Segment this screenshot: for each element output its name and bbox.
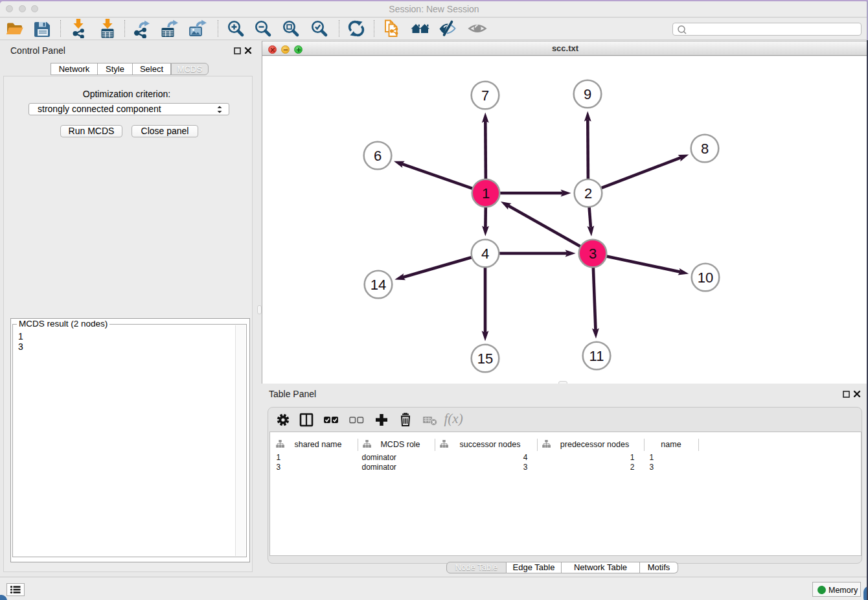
svg-text:9: 9: [584, 86, 591, 102]
svg-text:15: 15: [477, 351, 493, 367]
svg-text:1: 1: [482, 185, 490, 202]
svg-text:11: 11: [589, 348, 604, 364]
svg-text:10: 10: [698, 270, 713, 286]
svg-text:2: 2: [584, 185, 592, 202]
svg-text:8: 8: [701, 141, 709, 157]
svg-text:3: 3: [589, 246, 597, 262]
svg-text:7: 7: [481, 87, 489, 104]
svg-text:6: 6: [374, 148, 382, 164]
svg-text:4: 4: [481, 246, 489, 262]
svg-text:14: 14: [371, 277, 386, 293]
